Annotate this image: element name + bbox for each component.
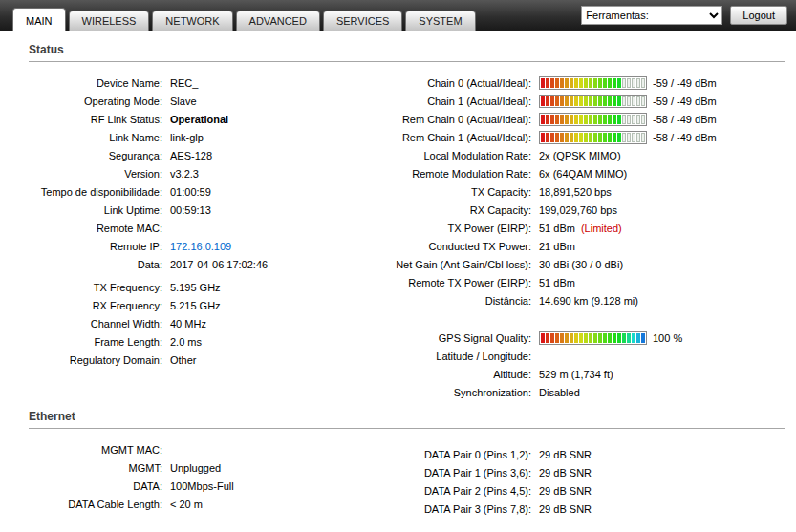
field-label: MGMT:	[29, 462, 170, 474]
gauge-segment	[603, 133, 607, 142]
status-row: Channel Width:40 MHz	[29, 314, 361, 332]
value-text: 100Mbps-Full	[170, 480, 234, 492]
logout-button[interactable]: Logout	[730, 6, 787, 25]
gauge-segment	[617, 96, 621, 106]
field-label: MGMT MAC:	[29, 444, 170, 456]
value-text: 30 dBi (30 / 0 dBi)	[539, 259, 623, 270]
gauge-segment	[603, 333, 607, 343]
value-text: 29 dB SNR	[539, 503, 592, 515]
field-value: 5.195 GHz	[170, 282, 221, 293]
field-label: Operating Mode:	[29, 96, 170, 107]
field-label: Frame Length:	[29, 336, 170, 348]
status-right-column: Chain 0 (Actual/Ideal):-59 / -49 dBmChai…	[361, 74, 785, 401]
field-value: 2017-04-06 17:02:46	[170, 259, 268, 270]
status-row: Data:2017-04-06 17:02:46	[29, 255, 361, 273]
status-row: Local Modulation Rate:2x (QPSK MIMO)	[361, 146, 785, 164]
field-label: Segurança:	[29, 150, 170, 161]
status-row: Frame Length:2.0 ms	[29, 332, 361, 351]
gauge-segment	[584, 96, 588, 106]
tab-services[interactable]: SERVICES	[323, 11, 402, 31]
field-label: Data:	[29, 259, 170, 270]
value-text: -58 / -49 dBm	[653, 114, 717, 125]
field-value: -58 / -49 dBm	[539, 131, 717, 144]
gauge-segment	[589, 115, 592, 124]
gauge-segment	[565, 78, 569, 88]
gauge-segment	[622, 333, 626, 343]
value-text: Disabled	[539, 387, 580, 398]
gauge-segment	[589, 133, 592, 142]
tools-dropdown[interactable]: Ferramentas:	[581, 6, 722, 25]
status-left-column: Device Name:REC_Operating Mode:SlaveRF L…	[29, 74, 361, 401]
tab-network[interactable]: NETWORK	[152, 11, 232, 31]
gauge-segment	[555, 133, 559, 142]
gauge-segment	[546, 78, 549, 88]
field-label: Distância:	[361, 295, 539, 307]
field-label: DATA Pair 0 (Pins 1,2):	[361, 449, 539, 460]
gauge-segment	[622, 78, 626, 88]
remote-ip-link[interactable]: 172.16.0.109	[170, 241, 231, 252]
gauge-segment	[579, 78, 583, 88]
gauge-segment	[617, 333, 621, 343]
value-text: 51 dBm	[539, 223, 575, 234]
gauge-segment	[574, 333, 578, 343]
status-row: Link Uptime:00:59:13	[29, 201, 361, 219]
gauge-segment	[613, 333, 616, 343]
gauge-segment	[598, 115, 602, 124]
signal-strength-gauge	[539, 331, 647, 345]
tab-wireless[interactable]: WIRELESS	[69, 11, 150, 31]
gauge-segment	[641, 78, 645, 88]
gauge-segment	[613, 96, 616, 106]
tab-advanced[interactable]: ADVANCED	[236, 11, 320, 31]
value-text: v3.2.3	[170, 168, 199, 180]
gauge-segment	[579, 96, 583, 106]
gauge-segment	[632, 333, 635, 343]
gauge-segment	[546, 96, 549, 106]
gauge-segment	[632, 133, 635, 142]
tab-bar: MAINWIRELESSNETWORKADVANCEDSERVICESSYSTE…	[12, 8, 476, 31]
field-label: Synchronization:	[361, 387, 539, 398]
field-label: Remote IP:	[29, 241, 170, 252]
gauge-segment	[632, 115, 635, 124]
gauge-segment	[627, 96, 631, 106]
tab-main[interactable]: MAIN	[12, 8, 66, 31]
field-value: < 20 m	[170, 499, 203, 510]
status-row: Chain 1 (Actual/Ideal):-59 / -49 dBm	[361, 92, 785, 110]
field-value: 01:00:59	[170, 186, 211, 198]
gauge-segment	[608, 333, 612, 343]
field-value: 00:59:13	[170, 204, 211, 216]
gauge-segment	[636, 96, 640, 106]
gauge-segment	[560, 96, 564, 106]
field-value: 29 dB SNR	[539, 485, 592, 497]
field-label: TX Capacity:	[361, 186, 539, 198]
field-label: Device Name:	[29, 77, 170, 89]
signal-strength-gauge	[539, 113, 647, 126]
gauge-segment	[555, 333, 559, 343]
value-text: 21 dBm	[539, 241, 575, 252]
gauge-segment	[546, 115, 549, 124]
field-label: DATA:	[29, 480, 170, 492]
field-label: TX Frequency:	[29, 282, 170, 293]
gauge-segment	[593, 133, 597, 142]
tab-system[interactable]: SYSTEM	[405, 11, 475, 31]
field-value: 30 dBi (30 / 0 dBi)	[539, 259, 623, 270]
gauge-segment	[632, 78, 635, 88]
field-label: GPS Signal Quality:	[361, 332, 539, 344]
gauge-segment	[550, 96, 554, 106]
gauge-segment	[622, 115, 626, 124]
gauge-segment	[641, 96, 645, 106]
gauge-segment	[603, 78, 607, 88]
field-label: DATA Pair 2 (Pins 4,5):	[361, 485, 539, 497]
status-section: Device Name:REC_Operating Mode:SlaveRF L…	[29, 74, 785, 401]
status-row: TX Frequency:5.195 GHz	[29, 278, 361, 296]
field-label: Altitude:	[361, 369, 539, 380]
gauge-segment	[598, 333, 602, 343]
field-value: 5.215 GHz	[170, 300, 221, 311]
gauge-segment	[593, 333, 597, 343]
gauge-segment	[550, 115, 554, 124]
ethernet-row: MGMT MAC:	[29, 440, 361, 458]
value-text: 6x (64QAM MIMO)	[539, 168, 627, 180]
field-value: 51 dBm	[539, 277, 575, 288]
gauge-segment	[584, 78, 588, 88]
field-label: RX Capacity:	[361, 204, 539, 216]
status-row: Segurança:AES-128	[29, 146, 361, 164]
